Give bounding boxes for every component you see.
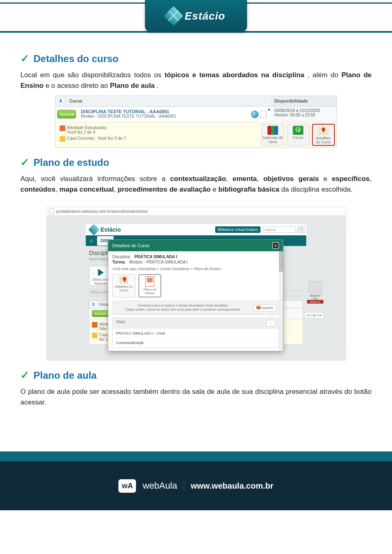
print-button[interactable]: imprimir bbox=[254, 304, 276, 311]
course-details-modal: Detalhes do Curso × Disciplina: PRÁTICA … bbox=[108, 239, 283, 351]
globe-icon[interactable] bbox=[251, 111, 258, 118]
map-pin-icon bbox=[318, 126, 329, 135]
modal-header: Detalhes do Curso × bbox=[108, 240, 283, 251]
user-profile-tile[interactable]: Atualizar foto SFACO ▾ bbox=[307, 281, 323, 304]
clipboard-icon bbox=[145, 276, 154, 287]
play-icon bbox=[98, 269, 104, 276]
check-icon: ✓ bbox=[20, 369, 29, 382]
avatar bbox=[308, 281, 322, 293]
modal-info-text: Conheça todos os tópicos e temas abordad… bbox=[115, 304, 251, 312]
modal-tile-details[interactable]: Detalhes do Curso bbox=[112, 274, 135, 297]
library-button[interactable]: Biblioteca Virtual Estácio bbox=[215, 226, 261, 233]
section-title: Detalhes do curso bbox=[33, 53, 118, 65]
printer-icon bbox=[256, 306, 261, 309]
footer-name: webAula bbox=[143, 480, 184, 491]
check-icon: ✓ bbox=[20, 52, 29, 65]
close-icon[interactable]: × bbox=[272, 242, 279, 249]
tile-materials[interactable]: Materiais de Apoio bbox=[261, 124, 284, 146]
section-paragraph: Aqui, você visualizará informações sobre… bbox=[20, 174, 372, 194]
forum-icon bbox=[293, 126, 303, 135]
url-text: portaldoaluno.webaula.com.br/aluno/trein… bbox=[56, 209, 148, 214]
document-content: ✓ Detalhes do curso Local em que são dis… bbox=[0, 33, 392, 429]
tile-course-details[interactable]: Detalhes do Curso bbox=[312, 124, 335, 146]
brand-name: Estácio bbox=[185, 10, 225, 22]
modal-tile-plan[interactable]: Plano de Ensino bbox=[138, 274, 161, 297]
page-icon bbox=[49, 208, 54, 214]
tool-tiles: Materiais de Apoio Fórum Detalhes do Cur… bbox=[261, 124, 335, 146]
footer-url: www.webaula.com.br bbox=[191, 481, 274, 491]
section-title: Plano de aula bbox=[33, 370, 97, 381]
list-action-icon[interactable]: ↓ bbox=[266, 320, 275, 326]
course-row: Acessar DISCIPLINA TESTE TUTORIAL - AAA0… bbox=[56, 107, 336, 122]
section-paragraph: Local em que são disponibilizados todos … bbox=[20, 70, 372, 91]
browser-screenshot: portaldoaluno.webaula.com.br/aluno/trein… bbox=[46, 207, 346, 361]
section-paragraph: O plano de aula pode ser acessado também… bbox=[20, 386, 372, 407]
footer-brand: wA webAula www.webaula.com.br bbox=[118, 479, 273, 493]
course-title-cell[interactable]: DISCIPLINA TESTE TUTORIAL - AAA0001 Mode… bbox=[78, 107, 247, 122]
availability-dates: 03/06/2014 a 12/12/2020 bbox=[274, 108, 333, 113]
modal-info-bar: Conheça todos os tópicos e temas abordad… bbox=[112, 301, 279, 315]
page-footer: wA webAula www.webaula.com.br bbox=[0, 461, 392, 510]
modal-tile-row: Detalhes do Curso Plano de Ensino bbox=[112, 274, 279, 297]
check-icon: ✓ bbox=[20, 156, 29, 169]
column-course: Curso bbox=[66, 96, 271, 106]
modal-class: Turma: Modelo - PRÁTICA SIMULADA I bbox=[112, 260, 279, 264]
availability-hours: Horário: 00:00 a 23:59 bbox=[274, 113, 333, 117]
access-button[interactable]: Acessar bbox=[57, 110, 76, 118]
search-go-button[interactable]: → bbox=[297, 226, 305, 233]
brand-logo-icon bbox=[164, 6, 183, 26]
course-list-header: ⬆ Curso Disponibilidade bbox=[56, 96, 336, 107]
brand-badge: Estácio bbox=[145, 0, 247, 32]
browser-viewport: Estácio Biblioteca Virtual Estácio busca… bbox=[46, 216, 346, 361]
section-heading-plano-aula: ✓ Plano de aula bbox=[20, 369, 372, 382]
section-heading-plano-estudo: ✓ Plano de estudo bbox=[20, 156, 372, 169]
modal-breadcrumb: Você está aqui: Disciplinas » Outras Dis… bbox=[112, 267, 279, 271]
course-model: Modelo - DISCIPLINA TESTE TUTORIAL - AAA… bbox=[81, 114, 243, 118]
activity-info: Atividade Estruturada : Você fez 2 de 4 … bbox=[57, 124, 261, 146]
sort-icon[interactable]: ▼ bbox=[267, 107, 271, 112]
modal-body: Disciplina: PRÁTICA SIMULADA I Turma: Mo… bbox=[108, 251, 283, 351]
pencil-icon bbox=[92, 322, 98, 328]
section-heading-detalhes: ✓ Detalhes do curso bbox=[20, 52, 372, 65]
app-header: Estácio Biblioteca Virtual Estácio busca… bbox=[86, 224, 306, 235]
folder-icon bbox=[92, 333, 98, 338]
page-header: Estácio bbox=[0, 0, 392, 33]
course-list-panel: ⬆ Curso Disponibilidade Acessar DISCIPLI… bbox=[55, 96, 337, 148]
address-bar[interactable]: portaldoaluno.webaula.com.br/aluno/trein… bbox=[46, 207, 346, 216]
course-code: DISCIPLINA TESTE TUTORIAL - AAA0001 bbox=[81, 109, 243, 114]
scrollbar[interactable] bbox=[279, 251, 283, 351]
search-input[interactable]: buscar bbox=[263, 226, 296, 233]
modal-topic-list: Título ↓ PRÁTICA SIMULADA I - Cível Cont… bbox=[112, 317, 279, 348]
folder-icon bbox=[60, 136, 65, 142]
concrete-case[interactable]: Caso Concreto : Você fez 3 de 7. bbox=[60, 135, 259, 143]
note-icon[interactable] bbox=[260, 111, 267, 118]
app-logo-text: Estácio bbox=[100, 226, 121, 233]
column-availability: Disponibilidade bbox=[271, 96, 336, 106]
app-frame: Estácio Biblioteca Virtual Estácio busca… bbox=[86, 224, 306, 344]
modal-list-row[interactable]: PRÁTICA SIMULADA I - Cível bbox=[113, 328, 278, 338]
user-menu[interactable]: SFACO ▾ bbox=[307, 300, 323, 304]
modal-list-header: Título ↓ bbox=[113, 318, 278, 328]
availability-cell: ▼ 03/06/2014 a 12/12/2020 Horário: 00:00… bbox=[271, 107, 336, 122]
tile-forum[interactable]: Fórum bbox=[287, 124, 310, 146]
collapse-icon[interactable]: ⬆ bbox=[56, 96, 66, 106]
home-button[interactable]: ⌂ bbox=[86, 238, 97, 243]
pencil-icon bbox=[60, 125, 65, 131]
structured-activity[interactable]: Atividade Estruturada : Você fez 2 de 4 bbox=[60, 125, 259, 135]
course-expanded: Atividade Estruturada : Você fez 2 de 4 … bbox=[56, 122, 336, 147]
section-title: Plano de estudo bbox=[33, 157, 109, 168]
modal-list-row[interactable]: Contextualização bbox=[113, 338, 278, 347]
modal-title: Detalhes do Curso bbox=[112, 243, 149, 248]
footer-badge: wA bbox=[118, 479, 136, 493]
map-pin-icon bbox=[119, 276, 128, 284]
app-logo-icon bbox=[88, 224, 100, 235]
modal-discipline: Disciplina: PRÁTICA SIMULADA I bbox=[112, 255, 279, 259]
books-icon bbox=[267, 126, 278, 135]
pager[interactable]: ◂ 1 de 1 ▸ bbox=[305, 312, 323, 318]
collapse-icon[interactable]: ⬆ bbox=[89, 301, 97, 308]
